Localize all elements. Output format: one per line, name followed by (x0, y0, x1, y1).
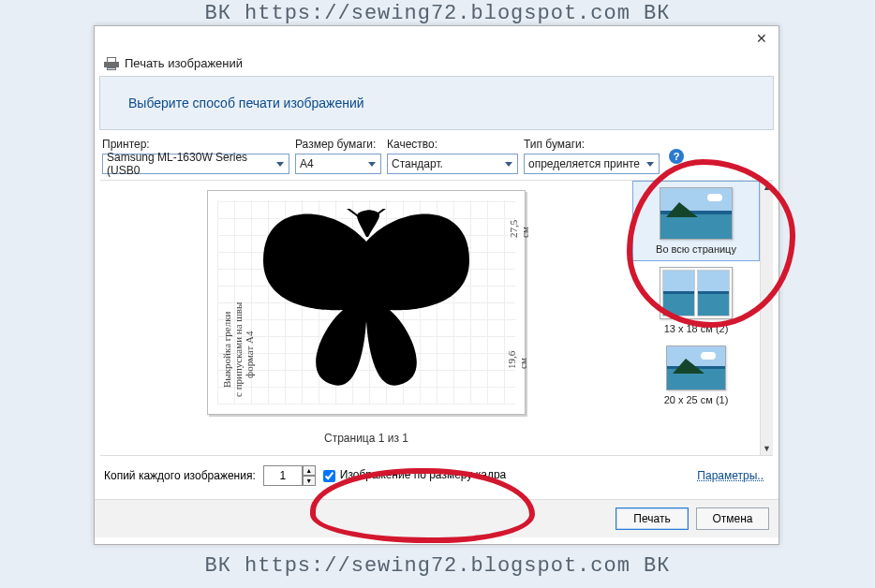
quality-select[interactable]: Стандарт. (387, 154, 518, 174)
top-measure: 27,5 см (508, 220, 530, 238)
help-icon[interactable]: ? (669, 149, 684, 164)
copies-input[interactable] (263, 465, 303, 486)
fit-to-frame-checkbox[interactable]: Изображение по размеру кадра (323, 469, 506, 481)
paper-size-select[interactable]: A4 (295, 154, 381, 174)
dialog-title: Печать изображений (125, 56, 243, 70)
layout-full-page-label: Во всю страницу (656, 243, 736, 255)
bottom-row: Копий каждого изображения: ▲ ▼ Изображен… (100, 455, 773, 486)
background-watermark-top: ВК https://sewing72.blogspot.com ВК (0, 2, 875, 25)
layout-full-page-thumb (660, 187, 733, 240)
parameters-link[interactable]: Параметры.. (697, 469, 764, 482)
layout-13x18[interactable]: 13 x 18 см (2) (632, 261, 760, 340)
buttons-row: Печать Отмена (95, 499, 779, 537)
printer-label: Принтер: (102, 138, 289, 151)
fit-checkbox-label: Изображение по размеру кадра (340, 469, 506, 481)
background-watermark-bottom: ВК https://sewing72.blogspot.com ВК (0, 554, 875, 578)
main-area: Выкройка грелки с припусками на швы форм… (100, 180, 773, 455)
instruction-banner: Выберите способ печати изображений (99, 76, 774, 130)
titlebar: ✕ (95, 26, 779, 54)
paper-type-label: Тип бумаги: (524, 138, 660, 151)
layout-full-page[interactable]: Во всю страницу (632, 181, 760, 261)
preview-sheet: Выкройка грелки с припусками на швы форм… (207, 190, 526, 415)
layout-20x25-thumb (666, 345, 726, 390)
dialog-titlerow: Печать изображений (95, 54, 779, 76)
layouts-scrollbar[interactable]: ▲ ▼ (760, 181, 773, 455)
copies-stepper[interactable]: ▲ ▼ (263, 465, 316, 486)
side-text-2: с припусками на швы (232, 302, 244, 397)
quality-label: Качество: (387, 138, 518, 151)
right-measure: 19,6 см (506, 350, 528, 369)
paper-type-select[interactable]: определяется принте (524, 154, 660, 174)
copies-label: Копий каждого изображения: (104, 469, 256, 482)
page-caption: Страница 1 из 1 (324, 432, 408, 445)
print-pictures-dialog: ✕ Печать изображений Выберите способ печ… (94, 25, 779, 545)
close-button[interactable]: ✕ (745, 26, 779, 51)
banner-text: Выберите способ печати изображений (128, 96, 364, 110)
printer-select[interactable]: Samsung ML-1630W Series (USB0 (102, 154, 289, 174)
layout-strip: Во всю страницу 13 x 18 см (2) 20 x 25 с… (632, 181, 773, 455)
copies-down-icon[interactable]: ▼ (303, 476, 316, 486)
scroll-down-icon[interactable]: ▼ (761, 442, 773, 455)
cancel-button[interactable]: Отмена (696, 507, 769, 530)
print-options-row: Принтер: Samsung ML-1630W Series (USB0 Р… (95, 130, 779, 178)
print-button[interactable]: Печать (615, 507, 689, 530)
layout-13x18-thumb (660, 267, 733, 319)
copies-up-icon[interactable]: ▲ (303, 465, 316, 476)
printer-icon (104, 57, 119, 70)
layout-20x25[interactable]: 20 x 25 см (1) (632, 340, 760, 411)
scroll-up-icon[interactable]: ▲ (761, 181, 773, 194)
paper-size-label: Размер бумаги: (295, 138, 381, 151)
butterfly-image (245, 209, 488, 396)
side-text-1: Выкройка грелки (221, 312, 232, 388)
layout-13x18-label: 13 x 18 см (2) (664, 323, 729, 334)
fit-checkbox-input[interactable] (323, 470, 335, 482)
layout-20x25-label: 20 x 25 см (1) (664, 394, 729, 405)
preview-pane: Выкройка грелки с припусками на швы форм… (100, 181, 632, 455)
